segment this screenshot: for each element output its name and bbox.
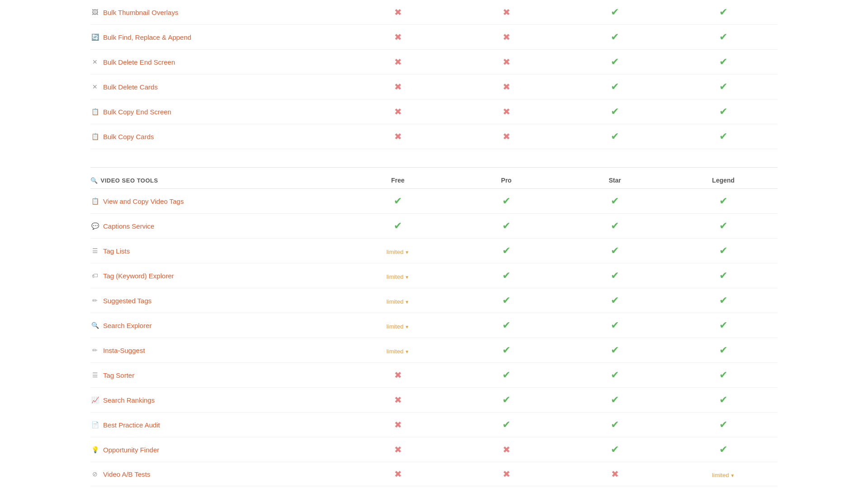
seo-section-header: 🔍 VIDEO SEO TOOLS Free Pro Star Legend — [90, 167, 778, 189]
feature-label: Bulk Find, Replace & Append — [103, 33, 191, 41]
feature-label: Suggested Tags — [103, 297, 151, 305]
table-row: 📋 Bulk Copy Cards ✖ ✖ ✔ ✔ — [90, 124, 778, 149]
col-pro: ✔ — [452, 394, 561, 406]
bulk-tools-section: 🖼 Bulk Thumbnail Overlays ✖ ✖ ✔ ✔ 🔄 Bulk… — [90, 0, 778, 149]
col-pro: ✖ — [452, 32, 561, 42]
table-row: ✕ Bulk Delete Cards ✖ ✖ ✔ ✔ — [90, 75, 778, 99]
col-pro: ✔ — [452, 419, 561, 431]
limited-button[interactable]: limited — [387, 249, 409, 255]
feature-label: Bulk Copy End Screen — [103, 108, 171, 116]
col-star: ✔ — [561, 106, 669, 117]
col-legend: ✔ — [669, 419, 778, 431]
feature-name: 📋 Bulk Copy Cards — [90, 133, 344, 141]
col-pro: ✔ — [452, 270, 561, 282]
feature-name: 💬 Captions Service — [90, 222, 344, 230]
feature-label: Bulk Delete End Screen — [103, 58, 175, 66]
col-star: ✔ — [561, 31, 669, 43]
feature-icon: 🔍 — [90, 322, 99, 329]
col-free: ✖ — [344, 131, 452, 142]
feature-label: Tag Lists — [103, 247, 130, 255]
feature-icon: 📄 — [90, 421, 99, 428]
col-star: ✔ — [561, 419, 669, 431]
feature-icon: 🏷 — [90, 272, 99, 279]
feature-name: 🔄 Bulk Find, Replace & Append — [90, 33, 344, 41]
feature-icon: 📈 — [90, 396, 99, 404]
col-pro: ✖ — [452, 469, 561, 479]
table-row: 💬 Captions Service ✔ ✔ ✔ ✔ — [90, 214, 778, 239]
col-pro: ✔ — [452, 319, 561, 331]
col-star: ✔ — [561, 195, 669, 207]
col-legend: ✔ — [669, 131, 778, 142]
feature-icon: ⊘ — [90, 470, 99, 478]
feature-icon: 📋 — [90, 197, 99, 205]
col-legend: ✔ — [669, 270, 778, 282]
col-free: ✖ — [344, 81, 452, 92]
feature-name: 📄 Best Practice Audit — [90, 421, 344, 429]
table-row: ✏ Insta-Suggest limited ✔ ✔ ✔ — [90, 338, 778, 363]
col-pro: ✖ — [452, 131, 561, 142]
col-pro: ✔ — [452, 344, 561, 356]
limited-button[interactable]: limited — [387, 323, 409, 330]
col-free: limited — [344, 246, 452, 256]
col-pro: ✖ — [452, 81, 561, 92]
col-header-legend: Legend — [669, 177, 778, 184]
feature-icon: 💡 — [90, 446, 99, 453]
col-star: ✔ — [561, 270, 669, 282]
col-free: ✖ — [344, 419, 452, 430]
feature-label: View and Copy Video Tags — [103, 197, 184, 205]
col-legend: ✔ — [669, 31, 778, 43]
feature-icon: 📋 — [90, 108, 99, 115]
feature-label: Opportunity Finder — [103, 446, 159, 454]
feature-name: ✏ Insta-Suggest — [90, 347, 344, 354]
col-header-free: Free — [344, 177, 452, 184]
limited-button[interactable]: limited — [387, 273, 409, 280]
feature-icon: 💬 — [90, 222, 99, 230]
feature-name: ✕ Bulk Delete Cards — [90, 83, 344, 91]
col-pro: ✔ — [452, 220, 561, 232]
feature-name: 💡 Opportunity Finder — [90, 446, 344, 454]
col-star: ✔ — [561, 394, 669, 406]
feature-icon: ✏ — [90, 347, 99, 354]
col-legend: ✔ — [669, 195, 778, 207]
feature-icon: 📋 — [90, 133, 99, 140]
feature-icon: 🖼 — [90, 9, 99, 16]
col-legend: ✔ — [669, 56, 778, 68]
limited-button[interactable]: limited — [387, 298, 409, 305]
table-row: 🔍 Search Explorer limited ✔ ✔ ✔ — [90, 313, 778, 338]
col-free: ✖ — [344, 56, 452, 67]
feature-label: Bulk Copy Cards — [103, 133, 154, 141]
feature-label: Video A/B Tests — [103, 470, 151, 478]
col-free: ✖ — [344, 444, 452, 455]
col-free: ✖ — [344, 469, 452, 479]
col-free: ✖ — [344, 7, 452, 18]
limited-button[interactable]: limited — [387, 348, 409, 355]
feature-name: ✕ Bulk Delete End Screen — [90, 58, 344, 66]
col-free: limited — [344, 296, 452, 306]
col-star: ✖ — [561, 469, 669, 479]
feature-name: 🖼 Bulk Thumbnail Overlays — [90, 9, 344, 16]
feature-label: Search Explorer — [103, 322, 152, 329]
col-free: ✖ — [344, 394, 452, 405]
table-row: 📋 Bulk Copy End Screen ✖ ✖ ✔ ✔ — [90, 99, 778, 124]
feature-name: 📈 Search Rankings — [90, 396, 344, 404]
feature-name: ⊘ Video A/B Tests — [90, 470, 344, 478]
feature-label: Tag Sorter — [103, 371, 134, 379]
limited-button[interactable]: limited — [712, 472, 735, 479]
table-row: 💡 Opportunity Finder ✖ ✖ ✔ ✔ — [90, 437, 778, 462]
col-pro: ✖ — [452, 56, 561, 67]
col-pro: ✔ — [452, 195, 561, 207]
col-legend: ✔ — [669, 245, 778, 257]
feature-name: 📋 Bulk Copy End Screen — [90, 108, 344, 116]
col-pro: ✖ — [452, 106, 561, 117]
search-section-icon: 🔍 — [90, 177, 98, 184]
feature-label: Captions Service — [103, 222, 154, 230]
col-legend: ✔ — [669, 220, 778, 232]
main-container: 🖼 Bulk Thumbnail Overlays ✖ ✖ ✔ ✔ 🔄 Bulk… — [0, 0, 868, 488]
table-row: 📄 Best Practice Audit ✖ ✔ ✔ ✔ — [90, 413, 778, 437]
table-row: ☰ Tag Sorter ✖ ✔ ✔ ✔ — [90, 363, 778, 388]
col-free: ✔ — [344, 195, 452, 207]
col-pro: ✖ — [452, 7, 561, 18]
col-legend: ✔ — [669, 319, 778, 331]
col-legend: ✔ — [669, 369, 778, 381]
feature-icon: ✕ — [90, 83, 99, 90]
